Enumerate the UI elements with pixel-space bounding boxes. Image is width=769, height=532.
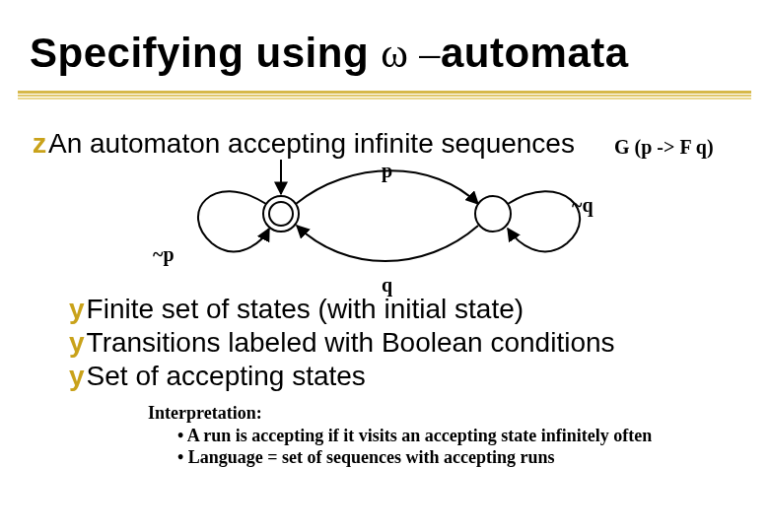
automaton-diagram: p q ~p ~q — [153, 160, 616, 298]
bullet-marker-y: y — [69, 361, 85, 391]
bullet-y-1: yFinite set of states (with initial stat… — [69, 294, 524, 325]
bullet-y-3: ySet of accepting states — [69, 361, 366, 392]
bullet-y-3-text: Set of accepting states — [87, 361, 366, 391]
interpretation-line-1: • A run is accepting if it visits an acc… — [177, 425, 652, 447]
formula-text: G (p -> F q) — [614, 136, 714, 159]
slide: Specifying using ω –automata zAn automat… — [0, 0, 769, 532]
bullet-main-text: An automaton accepting infinite sequence… — [48, 128, 575, 159]
interpretation-line-2: • Language = set of sequences with accep… — [177, 446, 652, 469]
label-not-q: ~q — [572, 194, 594, 217]
title-pre: Specifying using — [30, 30, 381, 76]
slide-title: Specifying using ω –automata — [30, 30, 629, 77]
title-omega: ω – — [381, 31, 441, 76]
interpretation-block: Interpretation: • A run is accepting if … — [148, 402, 652, 469]
title-underline — [18, 91, 751, 100]
bullet-marker-z: z — [33, 128, 46, 159]
bullet-main: zAn automaton accepting infinite sequenc… — [33, 128, 575, 160]
label-not-p: ~p — [153, 243, 175, 266]
bullet-y-2-text: Transitions labeled with Boolean conditi… — [87, 327, 615, 358]
bullet-y-1-text: Finite set of states (with initial state… — [87, 294, 524, 324]
svg-point-2 — [269, 202, 293, 226]
bullet-y-2: yTransitions labeled with Boolean condit… — [69, 327, 615, 359]
interpretation-heading: Interpretation: — [148, 402, 652, 425]
bullet-marker-y: y — [69, 327, 85, 358]
title-post: automata — [441, 30, 629, 76]
label-p: p — [382, 160, 392, 182]
svg-point-3 — [475, 196, 511, 232]
bullet-marker-y: y — [69, 294, 85, 324]
